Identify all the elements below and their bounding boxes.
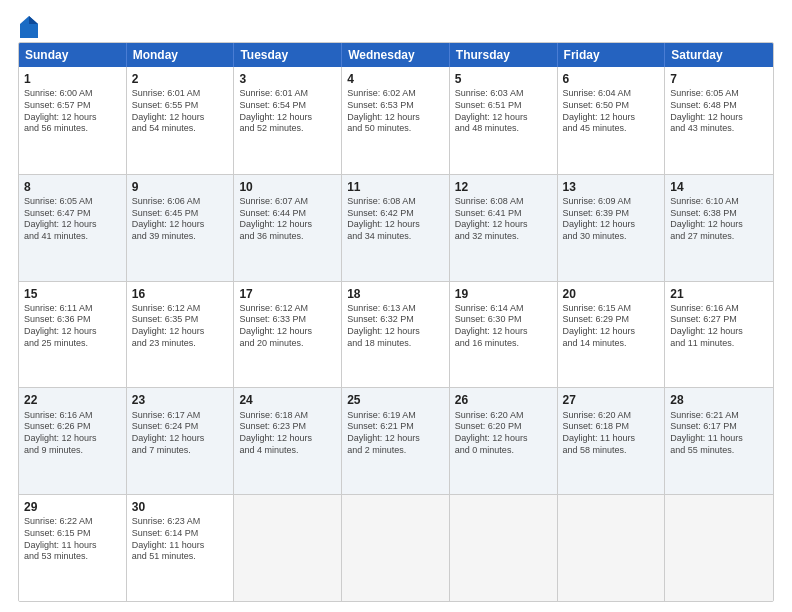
cell-line: Sunset: 6:55 PM [132, 100, 229, 112]
day-number: 15 [24, 286, 121, 302]
day-cell-1: 1Sunrise: 6:00 AMSunset: 6:57 PMDaylight… [19, 67, 127, 174]
cell-line: Daylight: 12 hours [670, 219, 768, 231]
day-cell-15: 15Sunrise: 6:11 AMSunset: 6:36 PMDayligh… [19, 282, 127, 388]
cell-line: Sunset: 6:21 PM [347, 421, 444, 433]
day-cell-4: 4Sunrise: 6:02 AMSunset: 6:53 PMDaylight… [342, 67, 450, 174]
cell-line: Sunrise: 6:07 AM [239, 196, 336, 208]
cell-line: and 11 minutes. [670, 338, 768, 350]
cell-line: Sunset: 6:14 PM [132, 528, 229, 540]
cell-line: Sunrise: 6:00 AM [24, 88, 121, 100]
weekday-header-tuesday: Tuesday [234, 43, 342, 67]
cell-line: Sunset: 6:44 PM [239, 208, 336, 220]
calendar-header: SundayMondayTuesdayWednesdayThursdayFrid… [19, 43, 773, 67]
cell-line: Sunset: 6:38 PM [670, 208, 768, 220]
cell-line: Sunrise: 6:08 AM [455, 196, 552, 208]
cell-line: Sunrise: 6:09 AM [563, 196, 660, 208]
day-cell-11: 11Sunrise: 6:08 AMSunset: 6:42 PMDayligh… [342, 175, 450, 281]
empty-cell [342, 495, 450, 601]
day-number: 9 [132, 179, 229, 195]
cell-line: Daylight: 12 hours [670, 112, 768, 124]
cell-line: Sunset: 6:41 PM [455, 208, 552, 220]
cell-line: Sunrise: 6:23 AM [132, 516, 229, 528]
cell-line: Sunrise: 6:05 AM [670, 88, 768, 100]
cell-line: and 56 minutes. [24, 123, 121, 135]
cell-line: Sunrise: 6:12 AM [132, 303, 229, 315]
cell-line: Daylight: 12 hours [563, 112, 660, 124]
day-cell-7: 7Sunrise: 6:05 AMSunset: 6:48 PMDaylight… [665, 67, 773, 174]
day-number: 30 [132, 499, 229, 515]
day-number: 4 [347, 71, 444, 87]
day-number: 24 [239, 392, 336, 408]
cell-line: Sunrise: 6:16 AM [670, 303, 768, 315]
day-number: 8 [24, 179, 121, 195]
cell-line: Sunset: 6:30 PM [455, 314, 552, 326]
cell-line: Sunrise: 6:03 AM [455, 88, 552, 100]
cell-line: Daylight: 12 hours [132, 433, 229, 445]
cell-line: Daylight: 12 hours [455, 112, 552, 124]
cell-line: and 14 minutes. [563, 338, 660, 350]
cell-line: Daylight: 12 hours [347, 433, 444, 445]
cell-line: Sunset: 6:24 PM [132, 421, 229, 433]
day-number: 18 [347, 286, 444, 302]
day-cell-20: 20Sunrise: 6:15 AMSunset: 6:29 PMDayligh… [558, 282, 666, 388]
cell-line: Daylight: 12 hours [24, 219, 121, 231]
cell-line: Sunset: 6:17 PM [670, 421, 768, 433]
cell-line: Daylight: 12 hours [455, 219, 552, 231]
day-cell-16: 16Sunrise: 6:12 AMSunset: 6:35 PMDayligh… [127, 282, 235, 388]
day-cell-5: 5Sunrise: 6:03 AMSunset: 6:51 PMDaylight… [450, 67, 558, 174]
cell-line: Daylight: 12 hours [132, 219, 229, 231]
day-number: 29 [24, 499, 121, 515]
day-cell-17: 17Sunrise: 6:12 AMSunset: 6:33 PMDayligh… [234, 282, 342, 388]
day-cell-24: 24Sunrise: 6:18 AMSunset: 6:23 PMDayligh… [234, 388, 342, 494]
cell-line: Daylight: 12 hours [347, 326, 444, 338]
week-row-4: 22Sunrise: 6:16 AMSunset: 6:26 PMDayligh… [19, 387, 773, 494]
cell-line: Sunset: 6:18 PM [563, 421, 660, 433]
cell-line: Sunset: 6:47 PM [24, 208, 121, 220]
cell-line: Daylight: 12 hours [239, 112, 336, 124]
cell-line: Daylight: 12 hours [24, 433, 121, 445]
day-cell-19: 19Sunrise: 6:14 AMSunset: 6:30 PMDayligh… [450, 282, 558, 388]
cell-line: and 2 minutes. [347, 445, 444, 457]
cell-line: Sunset: 6:48 PM [670, 100, 768, 112]
cell-line: Sunrise: 6:16 AM [24, 410, 121, 422]
cell-line: Sunset: 6:39 PM [563, 208, 660, 220]
cell-line: and 20 minutes. [239, 338, 336, 350]
cell-line: Sunset: 6:36 PM [24, 314, 121, 326]
cell-line: Sunrise: 6:22 AM [24, 516, 121, 528]
cell-line: Sunrise: 6:19 AM [347, 410, 444, 422]
cell-line: Daylight: 12 hours [347, 112, 444, 124]
cell-line: Sunset: 6:27 PM [670, 314, 768, 326]
cell-line: Sunrise: 6:01 AM [239, 88, 336, 100]
cell-line: and 9 minutes. [24, 445, 121, 457]
cell-line: Sunrise: 6:21 AM [670, 410, 768, 422]
day-number: 20 [563, 286, 660, 302]
cell-line: and 45 minutes. [563, 123, 660, 135]
cell-line: Daylight: 12 hours [239, 433, 336, 445]
cell-line: Daylight: 12 hours [24, 112, 121, 124]
cell-line: and 0 minutes. [455, 445, 552, 457]
cell-line: and 16 minutes. [455, 338, 552, 350]
cell-line: Sunrise: 6:08 AM [347, 196, 444, 208]
cell-line: Sunrise: 6:18 AM [239, 410, 336, 422]
empty-cell [665, 495, 773, 601]
cell-line: and 58 minutes. [563, 445, 660, 457]
day-number: 16 [132, 286, 229, 302]
cell-line: Sunset: 6:53 PM [347, 100, 444, 112]
day-cell-29: 29Sunrise: 6:22 AMSunset: 6:15 PMDayligh… [19, 495, 127, 601]
cell-line: Sunrise: 6:10 AM [670, 196, 768, 208]
day-number: 7 [670, 71, 768, 87]
day-number: 12 [455, 179, 552, 195]
cell-line: and 30 minutes. [563, 231, 660, 243]
cell-line: Daylight: 12 hours [239, 219, 336, 231]
day-number: 1 [24, 71, 121, 87]
day-cell-8: 8Sunrise: 6:05 AMSunset: 6:47 PMDaylight… [19, 175, 127, 281]
cell-line: Sunset: 6:54 PM [239, 100, 336, 112]
calendar-body: 1Sunrise: 6:00 AMSunset: 6:57 PMDaylight… [19, 67, 773, 601]
week-row-3: 15Sunrise: 6:11 AMSunset: 6:36 PMDayligh… [19, 281, 773, 388]
weekday-header-thursday: Thursday [450, 43, 558, 67]
weekday-header-wednesday: Wednesday [342, 43, 450, 67]
cell-line: Sunset: 6:50 PM [563, 100, 660, 112]
cell-line: and 7 minutes. [132, 445, 229, 457]
day-cell-6: 6Sunrise: 6:04 AMSunset: 6:50 PMDaylight… [558, 67, 666, 174]
page: SundayMondayTuesdayWednesdayThursdayFrid… [0, 0, 792, 612]
